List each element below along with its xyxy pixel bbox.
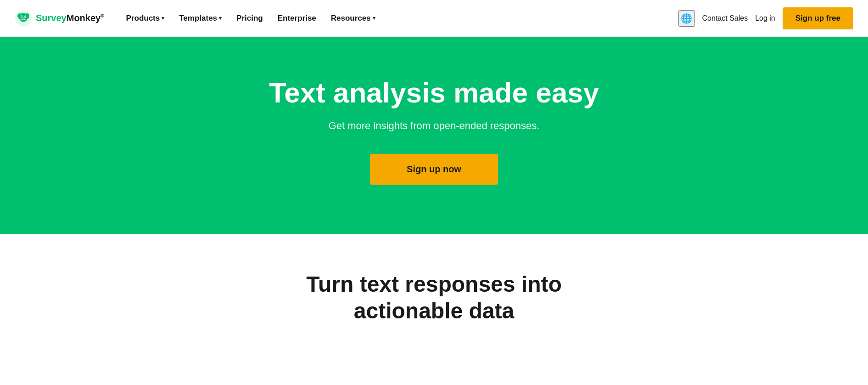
nav-item-pricing[interactable]: Pricing — [231, 10, 269, 27]
lower-section: Turn text responses into actionable data — [0, 234, 868, 342]
navbar-right: 🌐 Contact Sales Log in Sign up free — [678, 7, 853, 29]
language-selector-button[interactable]: 🌐 — [678, 10, 695, 27]
svg-point-6 — [22, 16, 22, 17]
chevron-down-icon: ▾ — [162, 15, 164, 21]
chevron-down-icon: ▾ — [219, 15, 222, 21]
sign-up-now-button[interactable]: Sign up now — [370, 154, 498, 185]
navbar-left: SurveyMonkey® Products ▾ Templates ▾ Pri… — [15, 10, 381, 27]
logo[interactable]: SurveyMonkey® — [15, 10, 104, 27]
navbar: SurveyMonkey® Products ▾ Templates ▾ Pri… — [0, 0, 868, 37]
svg-point-7 — [25, 16, 26, 17]
sign-up-free-button[interactable]: Sign up free — [783, 7, 853, 29]
nav-item-products[interactable]: Products ▾ — [121, 10, 170, 27]
nav-item-resources[interactable]: Resources ▾ — [325, 10, 381, 27]
contact-sales-link[interactable]: Contact Sales — [702, 14, 748, 23]
hero-subtitle: Get more insights from open-ended respon… — [329, 120, 540, 132]
hero-title: Text analysis made easy — [269, 77, 599, 108]
nav-item-templates[interactable]: Templates ▾ — [174, 10, 227, 27]
nav-item-enterprise[interactable]: Enterprise — [272, 10, 322, 27]
svg-point-8 — [22, 17, 25, 19]
hero-section: Text analysis made easy Get more insight… — [0, 37, 868, 234]
nav-items: Products ▾ Templates ▾ Pricing Enterpris… — [121, 10, 381, 27]
surveymonkey-logo-icon — [15, 10, 32, 27]
log-in-link[interactable]: Log in — [755, 14, 775, 23]
logo-text: SurveyMonkey® — [36, 13, 104, 23]
globe-icon: 🌐 — [681, 13, 692, 24]
chevron-down-icon: ▾ — [373, 15, 375, 21]
lower-section-title: Turn text responses into actionable data — [274, 271, 595, 324]
